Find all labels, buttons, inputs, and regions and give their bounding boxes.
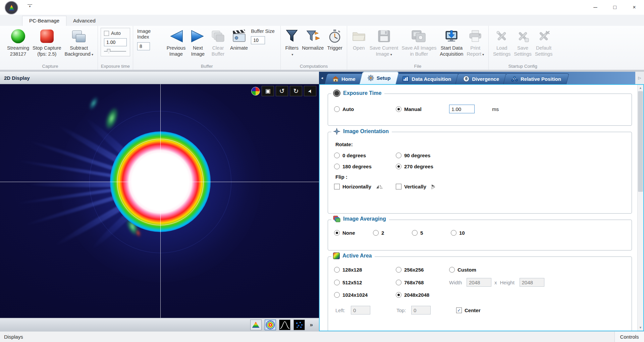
stop-capture-button[interactable]: Stop Capture(fps: 2.5) [31, 27, 63, 58]
trigger-button[interactable]: Trigger [325, 27, 344, 52]
fit-view-button[interactable]: ▣ [262, 86, 274, 96]
normalize-button[interactable]: Normalize [300, 27, 325, 52]
rotate-left-button[interactable]: ↺ [276, 86, 288, 96]
radio-area-768[interactable]: 768x768 [396, 280, 449, 285]
statusbar-controls-label[interactable]: Controls [614, 332, 644, 342]
tab-relative-position[interactable]: Relative Position [504, 73, 568, 84]
flip-vertical-icon [431, 184, 436, 189]
ribbon-tab-pc-beamage[interactable]: PC-Beamage [22, 16, 66, 26]
radio-rotate-90[interactable]: 90 degrees [396, 153, 430, 158]
animate-icon [232, 30, 247, 43]
exposure-time-icon [333, 90, 340, 97]
tab-divergence[interactable]: θ Divergence [457, 73, 506, 84]
exposure-manual-input[interactable] [449, 105, 475, 113]
subtract-background-button[interactable]: Subtract Background▾ [63, 27, 95, 58]
tab-data-acquisition[interactable]: Data Acquisition [396, 73, 458, 84]
checkbox-icon: ✓ [456, 307, 462, 313]
group-label-computations: Computations [281, 64, 347, 69]
minimize-button[interactable]: ─ [586, 0, 605, 15]
radio-rotate-0[interactable]: 0 degrees [334, 153, 396, 158]
start-data-acquisition-button[interactable]: Start DataAcquisition [438, 27, 465, 58]
scroll-down-icon[interactable]: ▼ [638, 325, 643, 331]
view-profile-button[interactable] [279, 320, 290, 330]
settings-scrollbar[interactable]: ▲ ▼ [637, 85, 643, 331]
beam-2d-display[interactable]: ▣ ↺ ↻ ➤ [0, 84, 319, 318]
radio-averaging-10[interactable]: 10 [451, 230, 465, 236]
radio-averaging-5[interactable]: 5 [412, 230, 451, 236]
dropdown-arrow-icon: ▾ [92, 53, 93, 56]
next-image-button[interactable]: Next Image [188, 27, 208, 58]
ribbon-tab-advanced[interactable]: Advanced [66, 16, 102, 26]
scrollbar-thumb[interactable] [638, 91, 643, 192]
streaming-button[interactable]: Streaming238127 [5, 27, 31, 58]
left-label: Left: [335, 307, 351, 313]
width-input[interactable] [467, 278, 491, 287]
load-settings-button[interactable]: LoadSettings [491, 27, 512, 58]
buffer-size-input[interactable] [251, 36, 265, 44]
save-settings-button[interactable]: SaveSettings [512, 27, 533, 58]
previous-image-icon [168, 30, 184, 43]
height-input[interactable] [520, 278, 544, 287]
radio-averaging-none[interactable]: None [334, 230, 373, 236]
cursor-tool-button[interactable]: ➤ [304, 86, 316, 96]
maximize-button[interactable]: □ [605, 0, 625, 15]
radio-icon [334, 280, 340, 285]
radio-averaging-2[interactable]: 2 [373, 230, 412, 236]
tab-setup[interactable]: Setup [361, 72, 397, 84]
slider-thumb-icon[interactable] [107, 49, 110, 53]
radio-area-2048[interactable]: 2048x2048 [396, 292, 429, 298]
filters-button[interactable]: Filters ▾ [283, 27, 300, 58]
statusbar-displays-label[interactable]: Displays [0, 334, 614, 340]
animate-button[interactable]: Animate [228, 27, 250, 52]
left-input[interactable] [351, 306, 370, 315]
tab-home[interactable]: Home [326, 73, 362, 84]
tab-scroll-right-icon[interactable]: ▷ [635, 72, 644, 84]
view-3d-button[interactable] [250, 320, 262, 330]
flip-label: Flip : [335, 174, 626, 180]
cursor-icon: ➤ [307, 88, 314, 94]
checkbox-flip-horizontally[interactable]: Horizontally [334, 184, 396, 189]
save-current-image-button[interactable]: Save Current Image▾ [368, 27, 400, 58]
quick-access-dropdown-icon[interactable]: ▾ [28, 4, 32, 8]
group-label-startup-config: Startup Config [489, 64, 557, 69]
streaming-icon [11, 29, 25, 43]
exposure-time-input[interactable] [104, 38, 127, 46]
checkbox-center[interactable]: ✓ Center [456, 307, 481, 313]
rotate-right-button[interactable]: ↻ [290, 86, 302, 96]
radio-rotate-270[interactable]: 270 degrees [396, 164, 433, 169]
radio-area-512[interactable]: 512x512 [334, 280, 396, 285]
radio-rotate-180[interactable]: 180 degrees [334, 164, 396, 169]
tab-scroll-left-icon[interactable]: ◄ [320, 76, 324, 80]
radio-area-256[interactable]: 256x256 [396, 267, 449, 273]
radio-exposure-manual[interactable]: Manual [396, 106, 449, 112]
ribbon-tab-row: PC-Beamage Advanced [0, 15, 644, 26]
toolbar-expander-icon[interactable]: » [308, 322, 313, 328]
checkbox-flip-vertically[interactable]: Vertically [396, 184, 436, 189]
view-pointing-button[interactable] [293, 320, 305, 330]
print-report-button[interactable]: Print Report▾ [465, 27, 486, 58]
relative-position-icon [511, 76, 518, 82]
scroll-up-icon[interactable]: ▲ [638, 85, 643, 91]
open-button[interactable]: Open [350, 27, 368, 52]
radio-area-custom[interactable]: Custom [449, 267, 476, 273]
previous-image-button[interactable]: Previous Image [164, 27, 188, 58]
dropdown-arrow-icon: ▾ [390, 53, 392, 56]
exposure-auto-checkbox[interactable]: Auto [104, 31, 127, 36]
top-input[interactable] [411, 306, 431, 315]
default-settings-button[interactable]: DefaultSettings [533, 27, 554, 58]
view-2d-button[interactable] [265, 320, 276, 330]
radio-area-128[interactable]: 128x128 [334, 267, 396, 273]
image-index-input[interactable] [137, 42, 150, 50]
save-all-images-button[interactable]: Save All Imagesin Buffer [400, 27, 438, 58]
close-button[interactable]: × [625, 0, 644, 15]
app-logo-icon[interactable] [5, 1, 18, 14]
palette-icon[interactable] [251, 87, 260, 96]
checkbox-icon [396, 184, 401, 189]
radio-exposure-auto[interactable]: Auto [334, 106, 396, 112]
exposure-slider[interactable] [104, 49, 126, 54]
clear-buffer-button[interactable]: Clear Buffer [208, 27, 228, 58]
radio-area-1024[interactable]: 1024x1024 [334, 292, 396, 298]
image-orientation-icon [333, 128, 340, 135]
radio-icon [396, 164, 401, 169]
radio-icon [334, 230, 340, 236]
